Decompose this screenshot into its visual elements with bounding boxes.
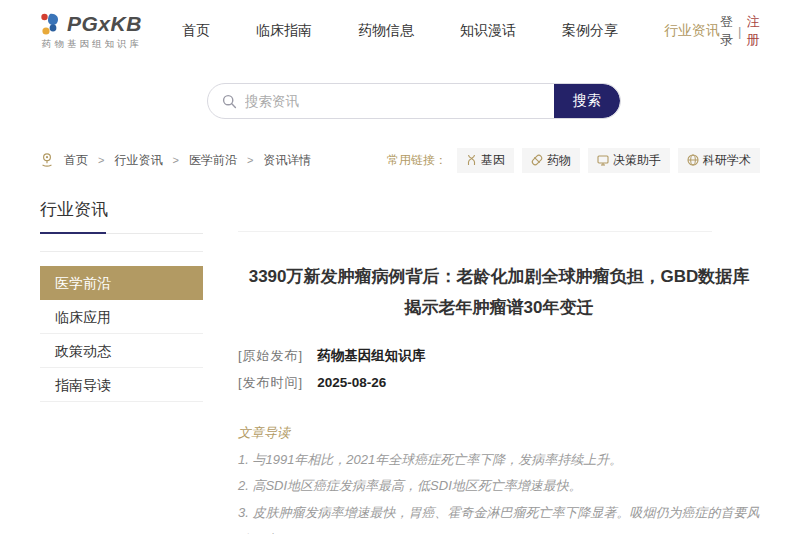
digest-line-3: 3. 皮肤肿瘤发病率增速最快，胃癌、霍奇金淋巴瘤死亡率下降显著。吸烟仍为癌症的首… bbox=[238, 500, 760, 534]
quick-link-label: 药物 bbox=[547, 152, 571, 169]
sidebar-item-medical-frontier[interactable]: 医学前沿 bbox=[40, 266, 203, 300]
main-nav: 首页 临床指南 药物信息 知识漫话 案例分享 行业资讯 bbox=[182, 22, 720, 40]
crumb-medical-frontier[interactable]: 医学前沿 bbox=[189, 152, 237, 169]
quick-link-research[interactable]: 科研学术 bbox=[678, 148, 760, 173]
login-link[interactable]: 登录 bbox=[720, 13, 733, 49]
brand-name: PGxKB bbox=[67, 12, 142, 36]
article-title: 3390万新发肿瘤病例背后：老龄化加剧全球肿瘤负担，GBD数据库揭示老年肿瘤谱3… bbox=[247, 262, 752, 323]
meta-date-value: 2025-08-26 bbox=[317, 375, 386, 390]
meta-source-value: 药物基因组知识库 bbox=[317, 347, 425, 365]
sidebar: 行业资讯 医学前沿 临床应用 政策动态 指南导读 bbox=[40, 198, 203, 534]
meta-date-label: [发布时间] bbox=[238, 374, 303, 392]
register-link[interactable]: 注册 bbox=[746, 13, 759, 49]
crumb-separator: > bbox=[247, 154, 253, 166]
quick-link-label: 科研学术 bbox=[703, 152, 751, 169]
quick-links-label: 常用链接： bbox=[387, 152, 447, 169]
quick-link-drug[interactable]: 药物 bbox=[522, 148, 580, 173]
breadcrumb-row: 首页 > 行业资讯 > 医学前沿 > 资讯详情 常用链接： 基因 bbox=[0, 140, 800, 180]
nav-item-home[interactable]: 首页 bbox=[182, 22, 210, 40]
nav-item-knowledge[interactable]: 知识漫话 bbox=[460, 22, 516, 40]
meta-date-row: [发布时间] 2025-08-26 bbox=[238, 374, 760, 392]
quick-link-label: 决策助手 bbox=[613, 152, 661, 169]
globe-icon bbox=[687, 154, 699, 166]
digest-title: 文章导读 bbox=[238, 420, 760, 447]
brand-tagline: 药物基因组知识库 bbox=[40, 38, 142, 51]
nav-item-drug-info[interactable]: 药物信息 bbox=[358, 22, 414, 40]
article-main: 3390万新发肿瘤病例背后：老龄化加剧全球肿瘤负担，GBD数据库揭示老年肿瘤谱3… bbox=[238, 198, 760, 534]
quick-links: 常用链接： 基因 药物 bbox=[387, 148, 760, 173]
sidebar-title: 行业资讯 bbox=[40, 198, 203, 234]
search-input[interactable] bbox=[245, 94, 554, 109]
sidebar-menu: 医学前沿 临床应用 政策动态 指南导读 bbox=[40, 251, 203, 402]
crumb-separator: > bbox=[172, 154, 178, 166]
article-meta: [原始发布] 药物基因组知识库 [发布时间] 2025-08-26 bbox=[238, 347, 760, 392]
quick-link-decision-assistant[interactable]: 决策助手 bbox=[588, 148, 670, 173]
search-button[interactable]: 搜索 bbox=[554, 84, 620, 118]
quick-link-label: 基因 bbox=[481, 152, 505, 169]
search-input-area bbox=[208, 84, 554, 118]
auth-divider: | bbox=[738, 24, 741, 39]
sidebar-item-policy-trends[interactable]: 政策动态 bbox=[40, 334, 203, 368]
auth-links: 登录 | 注册 bbox=[720, 13, 759, 49]
nav-item-case-sharing[interactable]: 案例分享 bbox=[562, 22, 618, 40]
dna-icon bbox=[466, 154, 477, 166]
brand-logo[interactable]: PGxKB 药物基因组知识库 bbox=[40, 12, 142, 51]
logo-row: PGxKB bbox=[40, 12, 142, 36]
article-digest: 文章导读 1. 与1991年相比，2021年全球癌症死亡率下降，发病率持续上升。… bbox=[238, 420, 760, 534]
sidebar-item-clinical-application[interactable]: 临床应用 bbox=[40, 300, 203, 334]
meta-source-row: [原始发布] 药物基因组知识库 bbox=[238, 347, 760, 365]
content-divider bbox=[238, 231, 712, 232]
breadcrumb: 首页 > 行业资讯 > 医学前沿 > 资讯详情 bbox=[40, 152, 311, 169]
location-pin-icon bbox=[40, 152, 54, 168]
crumb-home[interactable]: 首页 bbox=[64, 152, 88, 169]
monitor-icon bbox=[597, 154, 609, 166]
search-bar: 搜索 bbox=[207, 83, 621, 119]
digest-line-1: 1. 与1991年相比，2021年全球癌症死亡率下降，发病率持续上升。 bbox=[238, 447, 760, 474]
crumb-industry-news[interactable]: 行业资讯 bbox=[114, 152, 162, 169]
content: 行业资讯 医学前沿 临床应用 政策动态 指南导读 3390万新发肿瘤病例背后：老… bbox=[0, 198, 800, 534]
crumb-separator: > bbox=[98, 154, 104, 166]
header: PGxKB 药物基因组知识库 首页 临床指南 药物信息 知识漫话 案例分享 行业… bbox=[0, 0, 800, 62]
pgxkb-logo-icon bbox=[40, 12, 62, 36]
search-section: 搜索 bbox=[0, 62, 800, 140]
sidebar-item-guideline-reading[interactable]: 指南导读 bbox=[40, 368, 203, 402]
nav-item-clinical-guidelines[interactable]: 临床指南 bbox=[256, 22, 312, 40]
crumb-article-detail: 资讯详情 bbox=[263, 152, 311, 169]
search-icon bbox=[222, 94, 237, 109]
quick-link-gene[interactable]: 基因 bbox=[457, 148, 514, 173]
digest-line-2: 2. 高SDI地区癌症发病率最高，低SDI地区死亡率增速最快。 bbox=[238, 473, 760, 500]
page: PGxKB 药物基因组知识库 首页 临床指南 药物信息 知识漫话 案例分享 行业… bbox=[0, 0, 800, 534]
nav-item-industry-news[interactable]: 行业资讯 bbox=[664, 22, 720, 40]
meta-source-label: [原始发布] bbox=[238, 347, 303, 365]
pill-icon bbox=[531, 154, 543, 166]
